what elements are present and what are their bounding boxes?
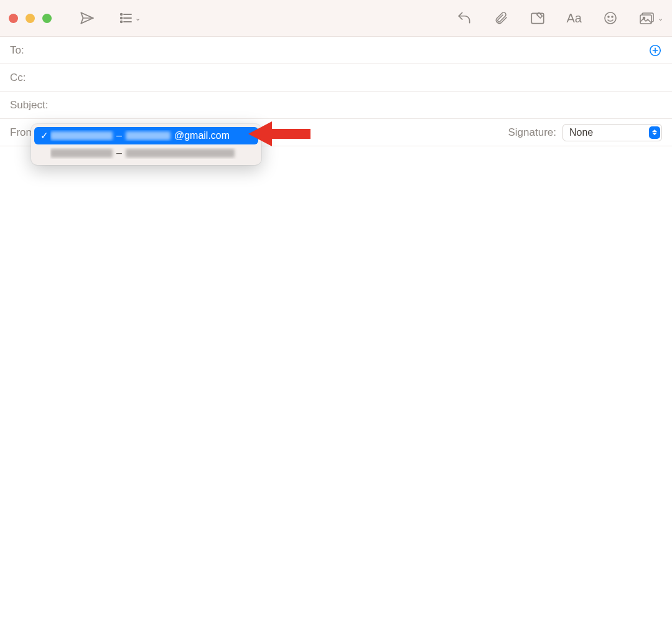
window-titlebar: ⌄ Aa ⌄ bbox=[0, 0, 672, 37]
svg-point-0 bbox=[121, 14, 123, 16]
separator: – bbox=[116, 130, 122, 141]
from-account-option-content: – @gmail.com bbox=[50, 130, 252, 141]
signature-label: Signature: bbox=[508, 126, 557, 139]
minimize-window-button[interactable] bbox=[26, 14, 35, 23]
reply-icon[interactable] bbox=[456, 10, 472, 26]
header-fields-menu-icon[interactable]: ⌄ bbox=[119, 11, 141, 26]
format-icon[interactable]: Aa bbox=[567, 11, 582, 26]
updown-arrows-icon bbox=[649, 126, 660, 139]
to-field-row: To: bbox=[0, 37, 672, 64]
redacted-account-name bbox=[50, 131, 113, 140]
attachment-icon[interactable] bbox=[493, 11, 508, 26]
from-account-option-content: – bbox=[50, 148, 252, 159]
svg-point-9 bbox=[612, 16, 613, 17]
svg-point-2 bbox=[121, 17, 123, 19]
separator: – bbox=[116, 148, 122, 159]
chevron-down-icon: ⌄ bbox=[658, 14, 663, 22]
add-contact-button[interactable] bbox=[648, 44, 662, 57]
email-suffix: @gmail.com bbox=[174, 130, 230, 141]
checkmark-icon: ✓ bbox=[38, 130, 50, 141]
window-controls bbox=[9, 14, 52, 23]
cc-input[interactable] bbox=[35, 72, 662, 84]
signature-select[interactable]: None bbox=[562, 124, 662, 141]
markup-icon[interactable] bbox=[530, 10, 546, 26]
emoji-icon[interactable] bbox=[603, 11, 618, 26]
subject-field-row: Subject: bbox=[0, 92, 672, 119]
from-account-option[interactable]: – bbox=[34, 144, 258, 162]
close-window-button[interactable] bbox=[9, 14, 18, 23]
from-account-dropdown[interactable]: ✓ – @gmail.com – bbox=[31, 124, 261, 165]
to-label: To: bbox=[10, 44, 35, 57]
signature-group: Signature: None bbox=[508, 124, 663, 141]
svg-point-7 bbox=[605, 12, 616, 24]
toolbar-right-group: Aa ⌄ bbox=[456, 10, 663, 26]
subject-label: Subject: bbox=[10, 99, 54, 111]
send-icon[interactable] bbox=[79, 10, 95, 26]
to-input[interactable] bbox=[35, 44, 648, 57]
svg-point-8 bbox=[608, 16, 609, 17]
redacted-account-name bbox=[50, 149, 113, 158]
redacted-email bbox=[126, 149, 235, 158]
from-account-option-selected[interactable]: ✓ – @gmail.com bbox=[34, 127, 258, 144]
subject-input[interactable] bbox=[54, 99, 662, 111]
toolbar-left-group: ⌄ bbox=[79, 10, 141, 26]
photo-browser-icon[interactable]: ⌄ bbox=[639, 11, 663, 26]
svg-rect-11 bbox=[640, 15, 651, 24]
zoom-window-button[interactable] bbox=[42, 14, 52, 23]
svg-point-4 bbox=[121, 21, 123, 23]
cc-field-row: Cc: bbox=[0, 64, 672, 92]
cc-label: Cc: bbox=[10, 72, 35, 84]
chevron-down-icon: ⌄ bbox=[135, 14, 141, 22]
redacted-email-prefix bbox=[126, 131, 170, 140]
signature-value: None bbox=[569, 127, 593, 138]
